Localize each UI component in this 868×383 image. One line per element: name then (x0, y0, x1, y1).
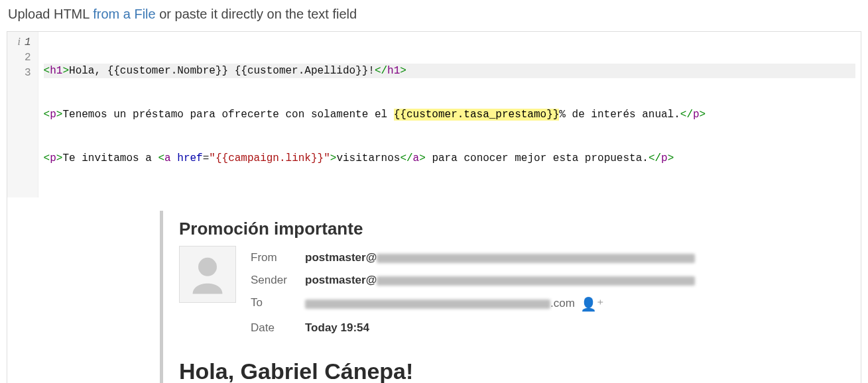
instruction-suffix: or paste it directly on the text field (156, 7, 357, 21)
info-icon: i (11, 34, 21, 49)
add-contact-icon[interactable]: 👤⁺ (580, 297, 604, 311)
gutter-line-1: 1 (25, 36, 31, 48)
redacted-text (377, 276, 695, 286)
email-body-heading: Hola, Gabriel Cánepa! (179, 358, 823, 383)
to-label: To (251, 292, 304, 316)
redacted-text (377, 254, 695, 263)
email-headers-table: From postmaster@ Sender postmaster@ To .… (249, 246, 706, 340)
gutter-line-3: 3 (25, 67, 31, 79)
page-instruction: Upload HTML from a File or paste it dire… (0, 0, 868, 31)
table-row: Date Today 19:54 (251, 317, 704, 339)
date-label: Date (251, 317, 304, 339)
code-line-2[interactable]: <p>Tenemos un préstamo para ofrecerte co… (44, 107, 855, 122)
table-row: To .com👤⁺ (251, 292, 704, 316)
code-line-3[interactable]: <p>Te invitamos a <a href="{{campaign.li… (44, 151, 855, 166)
table-row: Sender postmaster@ (251, 270, 704, 291)
editor-gutter: i1 i2 i3 (7, 32, 38, 197)
from-label: From (251, 247, 304, 268)
code-line-1[interactable]: <h1>Hola, {{customer.Nombre}} {{customer… (44, 64, 855, 78)
code-editor[interactable]: i1 i2 i3 <h1>Hola, {{customer.Nombre}} {… (7, 31, 861, 383)
svg-point-0 (198, 258, 217, 276)
table-row: From postmaster@ (251, 247, 704, 268)
instruction-prefix: Upload HTML (8, 7, 93, 21)
upload-file-link[interactable]: from a File (93, 7, 155, 21)
email-subject: Promoción importante (179, 219, 823, 239)
date-value: Today 19:54 (305, 317, 704, 339)
code-area[interactable]: <h1>Hola, {{customer.Nombre}} {{customer… (38, 32, 861, 197)
sender-label: Sender (251, 270, 304, 291)
gutter-line-2: 2 (25, 52, 31, 64)
email-preview: Promoción importante From postmaster@ Se… (160, 211, 823, 383)
to-value: .com👤⁺ (305, 292, 704, 316)
sender-value: postmaster@ (305, 274, 377, 286)
avatar (179, 246, 236, 303)
from-value: postmaster@ (305, 251, 377, 264)
redacted-text (305, 300, 550, 309)
person-icon (184, 251, 231, 298)
